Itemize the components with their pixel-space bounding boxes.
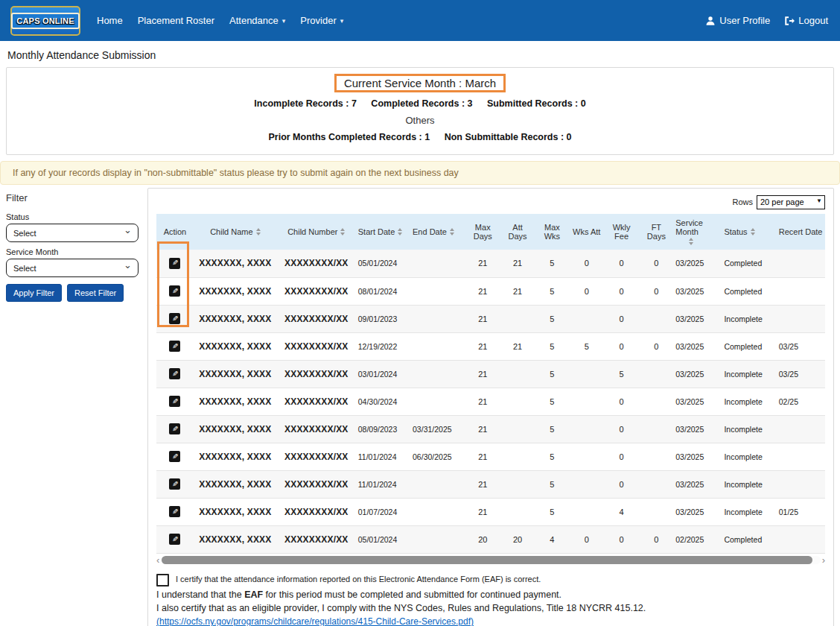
column-header-start_date[interactable]: Start Date — [356, 214, 410, 250]
non-submittable-count: Non Submittable Records : 0 — [445, 132, 572, 142]
logout-button[interactable]: Logout — [782, 10, 830, 31]
service-month-select[interactable]: Select — [6, 259, 139, 277]
cell-child_name: XXXXXXX, XXXX — [194, 360, 277, 388]
sort-icon[interactable] — [398, 228, 402, 235]
cell-max_days: 21 — [465, 415, 500, 443]
edit-record-button[interactable]: ✎ — [169, 423, 180, 434]
nav-item-home[interactable]: Home — [91, 10, 129, 31]
pencil-icon: ✎ — [172, 426, 178, 433]
attendance-table-wrap: ActionChild NameChild NumberStart DateEn… — [156, 214, 825, 554]
cell-child_number: XXXXXXXX/XX — [277, 470, 356, 498]
service-month-label: Service Month — [6, 247, 147, 256]
cell-child_name: XXXXXXX, XXXX — [194, 332, 277, 360]
column-header-child_name[interactable]: Child Name — [194, 214, 277, 250]
cell-max_days: 21 — [465, 470, 500, 498]
status-select[interactable]: Select — [6, 224, 139, 242]
column-header-child_number[interactable]: Child Number — [277, 214, 356, 250]
cell-wks_att — [570, 498, 604, 525]
cell-action: ✎ — [156, 332, 194, 360]
cell-max_days: 21 — [465, 332, 500, 360]
scroll-right-icon[interactable]: › — [822, 556, 825, 564]
apply-filter-button[interactable]: Apply Filter — [6, 284, 62, 302]
scroll-left-icon[interactable]: ‹ — [156, 556, 159, 564]
cell-att_days: 20 — [500, 525, 535, 553]
cell-ft_days: 0 — [639, 525, 673, 553]
cell-recert_date — [777, 443, 825, 470]
pencil-icon: ✎ — [172, 259, 178, 267]
cell-start_date: 08/09/2023 — [356, 415, 410, 443]
cell-end_date — [410, 388, 465, 415]
certify-checkbox[interactable] — [156, 574, 169, 587]
column-label: Child Number — [287, 227, 337, 236]
attendance-table-header: ActionChild NameChild NumberStart DateEn… — [156, 214, 825, 250]
edit-record-button[interactable]: ✎ — [169, 451, 180, 462]
cell-max_days: 21 — [465, 360, 500, 388]
cell-recert_date: 01/25 — [777, 498, 825, 525]
column-header-status[interactable]: Status — [722, 214, 776, 250]
cell-wks_att — [570, 388, 604, 415]
edit-record-button[interactable]: ✎ — [169, 396, 180, 407]
cell-child_number: XXXXXXXX/XX — [277, 250, 356, 277]
edit-record-button[interactable]: ✎ — [169, 506, 180, 517]
cell-status: Incomplete — [722, 443, 776, 470]
cell-att_days — [500, 305, 535, 332]
scrollbar-track[interactable] — [161, 556, 820, 564]
sort-icon[interactable] — [340, 228, 345, 235]
table-row: ✎XXXXXXX, XXXXXXXXXXXX/XX04/30/202421500… — [156, 388, 825, 415]
edit-record-button[interactable]: ✎ — [169, 534, 180, 545]
cell-status: Completed — [722, 525, 776, 553]
column-label: Child Name — [210, 227, 252, 236]
sort-icon[interactable] — [256, 228, 261, 235]
edit-record-button[interactable]: ✎ — [169, 341, 180, 352]
nav-item-placement-roster[interactable]: Placement Roster — [132, 10, 220, 31]
cell-status: Incomplete — [722, 498, 776, 525]
cell-child_number: XXXXXXXX/XX — [277, 332, 356, 360]
edit-record-button[interactable]: ✎ — [169, 285, 180, 297]
cell-max_wks: 5 — [535, 443, 570, 470]
cell-wkly_fee: 0 — [604, 443, 640, 470]
cell-action: ✎ — [156, 277, 194, 305]
cell-start_date: 08/01/2024 — [356, 277, 410, 305]
cell-max_wks: 5 — [535, 250, 570, 277]
certify-line2: I understand that the EAF for this perio… — [156, 588, 825, 601]
cell-child_name: XXXXXXX, XXXX — [194, 388, 277, 415]
cell-max_wks: 5 — [535, 498, 570, 525]
cell-max_wks: 5 — [535, 388, 570, 415]
cell-end_date — [410, 360, 465, 388]
sort-icon[interactable] — [689, 238, 693, 245]
sort-icon[interactable] — [751, 228, 755, 235]
rows-select-wrap: 20 per page ▼ — [757, 195, 825, 209]
cell-child_number: XXXXXXXX/XX — [277, 525, 356, 553]
edit-record-button[interactable]: ✎ — [169, 313, 180, 324]
sort-icon[interactable] — [450, 228, 454, 235]
pencil-icon: ✎ — [172, 398, 178, 405]
column-header-service_month[interactable]: Service Month — [673, 214, 722, 250]
user-profile-button[interactable]: User Profile — [704, 10, 771, 31]
cell-end_date: 03/31/2025 — [410, 415, 465, 443]
chevron-down-icon: ▾ — [340, 17, 344, 25]
cell-recert_date: 02/25 — [777, 388, 825, 415]
logout-icon — [783, 16, 795, 26]
rows-per-page-select[interactable]: 20 per page — [757, 195, 825, 209]
edit-record-button[interactable]: ✎ — [169, 258, 180, 269]
cell-wkly_fee: 0 — [604, 470, 640, 498]
scrollbar-thumb[interactable] — [162, 556, 812, 564]
column-header-end_date[interactable]: End Date — [410, 214, 465, 250]
cell-max_days: 21 — [465, 250, 500, 277]
regulations-pdf-link[interactable]: (https://ocfs.ny.gov/programs/childcare/… — [156, 616, 474, 626]
cell-end_date — [410, 470, 465, 498]
cell-ft_days — [639, 415, 673, 443]
reset-filter-button[interactable]: Reset Filter — [67, 284, 124, 302]
cell-action: ✎ — [156, 443, 194, 470]
caps-online-logo[interactable]: CAPS ONLINE — [10, 6, 80, 36]
nav-item-provider[interactable]: Provider ▾ — [294, 10, 349, 31]
nav-item-attendance[interactable]: Attendance ▾ — [223, 10, 291, 31]
cell-service_month: 03/2025 — [673, 415, 722, 443]
chevron-down-icon: ▾ — [282, 17, 286, 25]
table-row: ✎XXXXXXX, XXXXXXXXXXXX/XX08/01/202421215… — [156, 277, 825, 305]
cell-max_days: 20 — [465, 525, 500, 553]
edit-record-button[interactable]: ✎ — [169, 368, 180, 379]
cell-service_month: 03/2025 — [673, 388, 722, 415]
edit-record-button[interactable]: ✎ — [169, 478, 180, 490]
nav-right: User Profile Logout — [704, 10, 830, 31]
